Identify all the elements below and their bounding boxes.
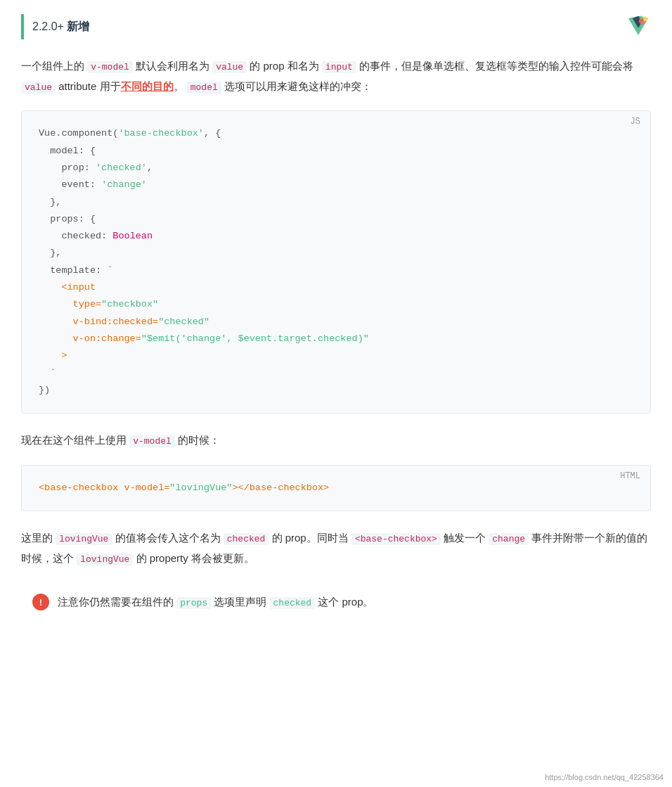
note-block: ! 注意你仍然需要在组件的 props 选项里声明 checked 这个 pro…	[21, 582, 651, 621]
svg-point-3	[643, 17, 647, 21]
code-line: `	[39, 365, 633, 382]
emphasis-text: 不同的目的	[121, 80, 174, 92]
code-v-model-1: v-model	[87, 61, 133, 73]
svg-point-4	[640, 16, 643, 20]
code-v-model-2: v-model	[129, 435, 175, 447]
code-content-js: Vue.component('base-checkbox', { model: …	[22, 111, 650, 413]
section-text-2: 现在在这个组件上使用 v-model 的时候：	[21, 430, 651, 451]
code-line: })	[39, 382, 633, 399]
code-line: },	[39, 245, 633, 262]
version-badge: 2.2.0+ 新增	[21, 14, 651, 39]
code-props: props	[176, 597, 211, 609]
code-line: },	[39, 194, 633, 211]
code-line: props: {	[39, 211, 633, 228]
code-line: type="checkbox"	[39, 296, 633, 313]
code-model: model	[187, 82, 221, 94]
description-1: 一个组件上的 v-model 默认会利用名为 value 的 prop 和名为 …	[21, 56, 651, 96]
code-checked-1: checked	[224, 533, 269, 545]
code-line: model: {	[39, 143, 633, 160]
code-content-html: <base-checkbox v-model="lovingVue"></bas…	[22, 466, 650, 511]
note-warning-icon: !	[32, 594, 49, 610]
version-badge-bold: 新增	[67, 20, 89, 32]
code-lovingVue-1: lovingVue	[56, 533, 112, 545]
code-line: >	[39, 347, 633, 364]
code-line-html: <base-checkbox v-model="lovingVue"></bas…	[39, 480, 633, 497]
code-line: <input	[39, 279, 633, 296]
code-lang-js: JS	[631, 117, 640, 127]
code-change: change	[489, 533, 529, 545]
vue-logo-icon	[626, 14, 651, 39]
code-checked-2: checked	[270, 597, 316, 609]
version-badge-text: 2.2.0+ 新增	[32, 20, 89, 34]
code-input: input	[322, 61, 356, 73]
code-line: v-bind:checked="checked"	[39, 314, 633, 331]
code-line: prop: 'checked',	[39, 160, 633, 177]
description-3: 这里的 lovingVue 的值将会传入这个名为 checked 的 prop。…	[21, 528, 651, 568]
code-block-html: HTML <base-checkbox v-model="lovingVue">…	[21, 465, 651, 511]
code-line: Vue.component('base-checkbox', {	[39, 125, 633, 142]
code-base-checkbox: <base-checkbox>	[351, 533, 441, 545]
page-container: 2.2.0+ 新增 一个组件上的 v-model 默认会利用名为 value 的…	[0, 0, 672, 650]
code-line: template: `	[39, 262, 633, 279]
code-line: checked: Boolean	[39, 228, 633, 245]
code-value-1: value	[212, 61, 247, 73]
code-block-js: JS Vue.component('base-checkbox', { mode…	[21, 110, 651, 414]
code-lang-html: HTML	[620, 471, 640, 481]
note-icon-symbol: !	[39, 597, 42, 608]
code-line: v-on:change="$emit('change', $event.targ…	[39, 331, 633, 347]
footer-url: https://blog.csdn.net/qq_42258364	[545, 773, 664, 781]
code-line: event: 'change'	[39, 177, 633, 193]
note-text: 注意你仍然需要在组件的 props 选项里声明 checked 这个 prop。	[58, 592, 374, 611]
code-value-2: value	[21, 82, 56, 94]
code-lovingVue-2: lovingVue	[77, 554, 133, 565]
